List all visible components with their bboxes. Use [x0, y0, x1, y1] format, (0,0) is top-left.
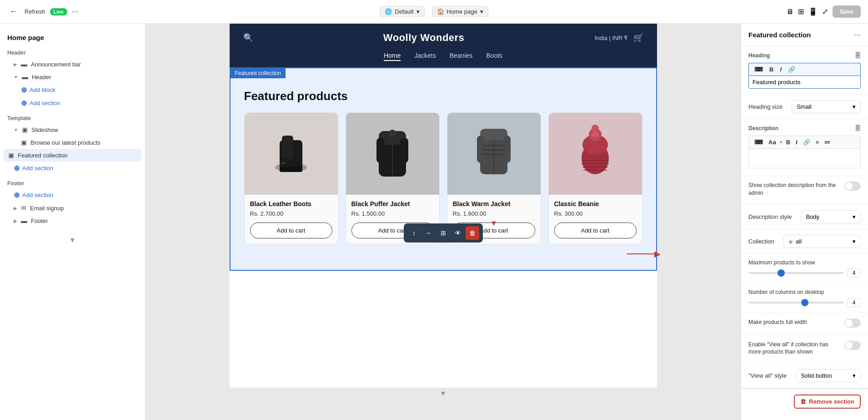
locale-selector[interactable]: India | INR ₹ — [595, 35, 628, 41]
chevron-right-icon: ▶ — [14, 206, 17, 211]
database-icon: 🗄 — [854, 52, 861, 59]
svg-point-23 — [592, 125, 599, 132]
cart-icon[interactable]: 🛒 — [633, 33, 643, 43]
homepage-dropdown[interactable]: 🏠 Home page ▾ — [432, 6, 488, 17]
desc-italic-button[interactable]: I — [794, 138, 799, 147]
tablet-icon[interactable]: 📱 — [808, 7, 818, 16]
product-price-1: Rs. 1,500.00 — [351, 210, 434, 217]
view-all-label: Enable "View all" if collection has more… — [748, 341, 839, 356]
add-to-cart-button-3[interactable]: Add to cart — [554, 223, 637, 238]
desc-font-button[interactable]: Aa — [767, 138, 778, 147]
product-info-3: Classic Beanie Rs. 300.00 — [549, 195, 642, 223]
rich-toolbar-code-button[interactable]: ⌨ — [753, 65, 765, 74]
show-collection-desc-row: Show collection description from the adm… — [748, 182, 861, 197]
collection-icon: ▣ — [8, 152, 14, 159]
toolbar-hide-button[interactable]: 👁 — [451, 226, 465, 240]
sidebar-item-header[interactable]: ▼ ▬ Header — [0, 71, 145, 83]
description-style-row: Description style Body ▾ — [748, 210, 861, 223]
email-icon: ✉ — [21, 204, 26, 212]
chevron-right-icon: ▶ — [14, 218, 17, 223]
chevron-down-icon: ▾ — [480, 8, 483, 15]
heading-rich-toolbar: ⌨ B I 🔗 — [748, 63, 861, 76]
topbar-right: 🖥 ⊞ 📱 ⤢ Save — [580, 5, 861, 18]
desc-ordered-list-button[interactable]: ≔ — [823, 138, 832, 147]
view-all-row: Enable "View all" if collection has more… — [748, 341, 861, 356]
desc-list-button[interactable]: ≡ — [814, 138, 821, 147]
store-nav-icons: India | INR ₹ 🛒 — [595, 33, 643, 43]
canvas-scroll-arrow: ▼ — [438, 388, 449, 400]
sidebar-item-email-signup[interactable]: ▶ ✉ Email signup — [0, 202, 145, 214]
num-columns-slider-row: 4 — [748, 298, 861, 307]
sidebar-item-browse[interactable]: ▣ Browse our latest products — [0, 136, 145, 149]
rich-toolbar-italic-button[interactable]: I — [778, 65, 783, 74]
toolbar-move-up-button[interactable]: ↕ — [407, 226, 421, 240]
desktop-icon[interactable]: 🖥 — [786, 8, 793, 16]
store-nav-top: 🔍 Woolly Wonders India | INR ₹ 🛒 — [230, 24, 657, 52]
desc-rich-toolbar: ⌨ Aa ▾ B I 🔗 ≡ ≔ — [748, 136, 861, 148]
slideshow-icon: ▣ — [22, 126, 28, 133]
sidebar-item-announcement-bar[interactable]: ▶ ▬ Announcement bar — [0, 58, 145, 71]
nav-link-home[interactable]: Home — [384, 52, 401, 61]
panel-max-products: Maximum products to show 4 — [741, 254, 868, 283]
panel-collection: Collection ◈ all ▾ — [741, 229, 868, 254]
sidebar-item-footer[interactable]: ▶ ▬ Footer — [0, 214, 145, 227]
svg-rect-17 — [482, 149, 505, 151]
store-header: 🔍 Woolly Wonders India | INR ₹ 🛒 Home Ja… — [230, 24, 657, 67]
chevron-down-icon: ▾ — [416, 8, 420, 15]
svg-rect-16 — [482, 145, 505, 146]
topbar-more-button[interactable]: ··· — [72, 7, 79, 16]
collection-select[interactable]: ◈ all ▾ — [783, 235, 861, 248]
save-button[interactable]: Save — [833, 5, 861, 18]
nav-link-jackets[interactable]: Jackets — [414, 52, 436, 61]
svg-rect-12 — [480, 129, 507, 140]
nav-link-beanies[interactable]: Beanies — [450, 52, 473, 61]
add-block-button[interactable]: ⊕ Add block — [0, 83, 145, 96]
add-to-cart-button-0[interactable]: Add to cart — [250, 223, 332, 238]
add-section-button-header[interactable]: ⊕ Add section — [0, 96, 145, 110]
sidebar-footer-title: Footer — [0, 177, 145, 188]
heading-size-select[interactable]: Small ▾ — [792, 100, 861, 113]
toolbar-delete-button[interactable]: 🗑 — [466, 226, 479, 240]
view-all-style-select[interactable]: Solid button ▾ — [796, 369, 861, 382]
rich-toolbar-bold-button[interactable]: B — [768, 65, 775, 74]
toolbar-move-button[interactable]: ↔ — [422, 226, 436, 240]
remove-section-button[interactable]: 🗑 Remove section — [794, 395, 861, 409]
svg-point-22 — [592, 132, 599, 137]
refresh-button[interactable]: Refresh — [25, 8, 45, 15]
trash-icon: 🗑 — [800, 398, 806, 405]
show-collection-desc-toggle[interactable] — [844, 182, 861, 191]
default-dropdown[interactable]: 🌐 Default ▾ — [380, 6, 424, 17]
panel-more-button[interactable]: ··· — [854, 30, 861, 40]
plus-icon: ⊕ — [21, 86, 27, 94]
sidebar-header-title: Header — [0, 46, 145, 58]
view-all-toggle[interactable] — [844, 341, 861, 350]
back-button[interactable]: ← — [7, 5, 20, 18]
sidebar-item-slideshow[interactable]: ▼ ▣ Slideshow — [0, 123, 145, 136]
toolbar-duplicate-button[interactable]: ⊞ — [437, 226, 450, 240]
sidebar-item-featured-collection[interactable]: ▣ Featured collection — [4, 149, 141, 162]
add-section-button-footer[interactable]: ⊕ Add section — [0, 188, 145, 202]
expand-icon[interactable]: ⤢ — [822, 7, 828, 16]
heading-input[interactable] — [748, 76, 861, 89]
grid-icon[interactable]: ⊞ — [798, 7, 804, 16]
toggle-knob — [845, 342, 853, 349]
desc-link-button[interactable]: 🔗 — [801, 138, 812, 147]
description-textarea[interactable] — [748, 148, 861, 168]
description-style-label: Description style — [748, 213, 792, 220]
desc-code-button[interactable]: ⌨ — [753, 138, 765, 147]
product-image-3 — [549, 113, 642, 195]
right-panel: Featured collection ··· Heading 🗄 ⌨ B I … — [741, 24, 868, 420]
search-icon[interactable]: 🔍 — [243, 33, 253, 43]
collection-row: Collection ◈ all ▾ — [748, 235, 861, 248]
description-style-select[interactable]: Body ▾ — [801, 210, 861, 223]
panel-heading-section: Heading 🗄 ⌨ B I 🔗 — [741, 46, 868, 95]
add-section-button-template[interactable]: ⊕ Add section — [0, 162, 145, 175]
num-columns-slider[interactable] — [748, 302, 843, 304]
nav-link-boots[interactable]: Boots — [486, 52, 502, 61]
max-products-slider[interactable] — [748, 272, 843, 274]
product-info-2: Black Warm Jacket Rs. 1,600.00 — [447, 195, 541, 223]
panel-num-columns: Number of columns on desktop 4 — [741, 283, 868, 313]
full-width-toggle[interactable] — [844, 319, 861, 328]
desc-bold-button[interactable]: B — [784, 138, 792, 147]
rich-toolbar-link-button[interactable]: 🔗 — [786, 65, 797, 74]
